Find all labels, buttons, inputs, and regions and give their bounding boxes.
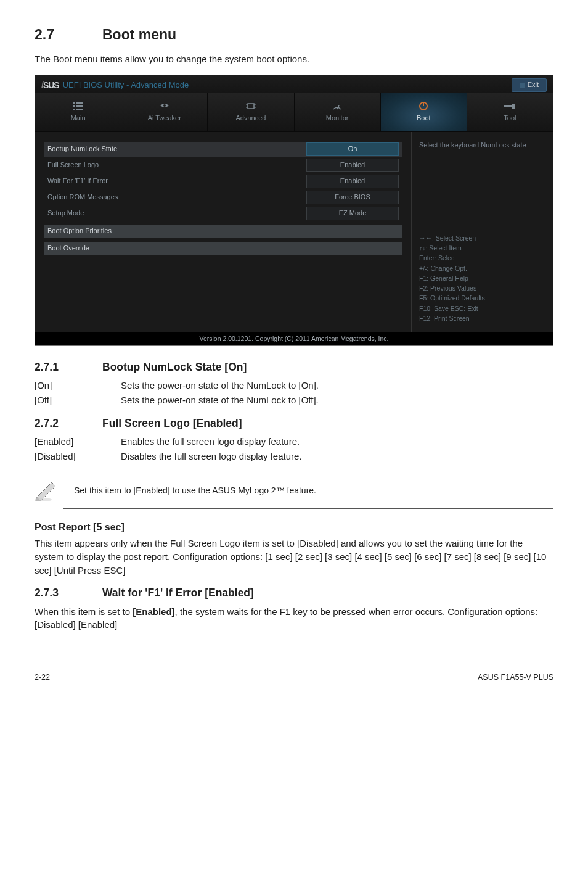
- intro-text: The Boot menu items allow you to change …: [35, 52, 553, 66]
- option-line: [On]Sets the power-on state of the NumLo…: [35, 379, 553, 392]
- subsection-title: Wait for 'F1' If Error [Enabled]: [102, 587, 254, 599]
- option-line: [Off]Sets the power-on state of the NumL…: [35, 394, 553, 407]
- power-icon: [418, 101, 429, 111]
- tool-icon: [504, 101, 515, 111]
- subsection-heading: 2.7.3Wait for 'F1' If Error [Enabled]: [35, 585, 553, 601]
- tab-ai-tweaker[interactable]: Ai Tweaker: [121, 93, 208, 131]
- tab-monitor[interactable]: Monitor: [295, 93, 381, 131]
- exit-button[interactable]: Exit: [512, 78, 547, 92]
- svg-rect-2: [73, 105, 75, 107]
- setting-label: Full Screen Logo: [47, 160, 99, 170]
- page-number: 2-22: [35, 672, 50, 683]
- setting-row[interactable]: Full Screen Logo Enabled: [44, 158, 402, 173]
- subsection-number: 2.7.2: [35, 416, 102, 431]
- option-key: [Off]: [35, 394, 121, 407]
- setting-value[interactable]: On: [306, 142, 399, 156]
- subsection-title: Full Screen Logo [Enabled]: [102, 417, 242, 429]
- subsection-number: 2.7.3: [35, 585, 102, 601]
- text-run: When this item is set to: [35, 606, 133, 617]
- bios-title: UEFI BIOS Utility - Advanced Mode: [63, 80, 189, 91]
- bios-settings-pane: Bootup NumLock State On Full Screen Logo…: [35, 132, 411, 332]
- bold-run: [Enabled]: [133, 606, 174, 617]
- key-line: +/-: Change Opt.: [419, 263, 545, 273]
- svg-rect-0: [73, 102, 75, 104]
- option-line: [Enabled]Enables the full screen logo di…: [35, 435, 553, 448]
- bios-titlebar: /SUS UEFI BIOS Utility - Advanced Mode E…: [35, 75, 553, 93]
- note-box: Set this item to [Enabled] to use the AS…: [63, 472, 553, 509]
- tab-main[interactable]: Main: [35, 93, 121, 131]
- page-footer: 2-22 ASUS F1A55-V PLUS: [35, 669, 553, 683]
- brand-logo: /SUS: [41, 79, 59, 91]
- section-heading: 2.7Boot menu: [35, 25, 553, 45]
- option-key: [Enabled]: [35, 435, 121, 448]
- subsection-heading: 2.7.2Full Screen Logo [Enabled]: [35, 416, 553, 431]
- setting-value[interactable]: Enabled: [306, 175, 399, 188]
- key-line: F2: Previous Values: [419, 283, 545, 293]
- svg-point-6: [163, 104, 166, 107]
- bios-tabs: Main Ai Tweaker Advanced Monitor Boot To…: [35, 93, 553, 132]
- chip-icon: [245, 101, 256, 111]
- option-line: [Disabled]Disables the full screen logo …: [35, 450, 553, 463]
- svg-point-17: [35, 498, 52, 501]
- exit-label: Exit: [528, 80, 539, 90]
- setting-label: Wait For 'F1' If Error: [47, 176, 108, 186]
- tab-advanced[interactable]: Advanced: [208, 93, 294, 131]
- key-line: F5: Optimized Defaults: [419, 293, 545, 303]
- setting-value[interactable]: EZ Mode: [306, 207, 399, 220]
- svg-rect-7: [248, 104, 254, 109]
- option-desc: Enables the full screen logo display fea…: [121, 435, 300, 448]
- subsection-heading: 2.7.1Bootup NumLock State [On]: [35, 360, 553, 375]
- setting-value[interactable]: Force BIOS: [306, 191, 399, 204]
- key-line: Enter: Select: [419, 253, 545, 263]
- svg-rect-5: [76, 109, 83, 110]
- svg-rect-3: [76, 105, 83, 107]
- paragraph: This item appears only when the Full Scr…: [35, 537, 553, 577]
- paragraph: When this item is set to [Enabled], the …: [35, 605, 553, 632]
- product-name: ASUS F1A55-V PLUS: [478, 672, 553, 683]
- subsection-number: 2.7.1: [35, 360, 102, 375]
- exit-icon: [520, 83, 525, 88]
- group-header[interactable]: Boot Override: [44, 242, 402, 255]
- tab-label: Main: [71, 113, 86, 123]
- tab-label: Ai Tweaker: [148, 113, 181, 123]
- tab-label: Boot: [417, 113, 431, 123]
- group-header[interactable]: Boot Option Priorities: [44, 225, 402, 238]
- tab-boot[interactable]: Boot: [381, 93, 467, 131]
- bios-help-pane: Select the keyboard NumLock state →←: Se…: [411, 132, 553, 332]
- tab-tool[interactable]: Tool: [467, 93, 553, 131]
- note-text: Set this item to [Enabled] to use the AS…: [74, 484, 316, 497]
- help-text: Select the keyboard NumLock state: [419, 141, 545, 151]
- list-icon: [73, 101, 84, 111]
- setting-row[interactable]: Setup Mode EZ Mode: [44, 206, 402, 221]
- tab-label: Advanced: [235, 113, 266, 123]
- option-key: [On]: [35, 379, 121, 392]
- subsection-title: Bootup NumLock State [On]: [102, 361, 247, 373]
- svg-rect-15: [504, 105, 513, 107]
- setting-label: Bootup NumLock State: [47, 144, 117, 154]
- key-help: →←: Select Screen ↑↓: Select Item Enter:…: [419, 178, 545, 323]
- key-line: F1: General Help: [419, 273, 545, 283]
- setting-row[interactable]: Option ROM Messages Force BIOS: [44, 190, 402, 205]
- section-title: Boot menu: [102, 27, 176, 43]
- bios-screenshot: /SUS UEFI BIOS Utility - Advanced Mode E…: [35, 75, 553, 346]
- sub-sub-heading: Post Report [5 sec]: [35, 520, 553, 534]
- tweaker-icon: [159, 101, 170, 111]
- bios-footer: Version 2.00.1201. Copyright (C) 2011 Am…: [35, 332, 553, 345]
- key-line: →←: Select Screen: [419, 233, 545, 243]
- setting-row[interactable]: Bootup NumLock State On: [44, 142, 402, 157]
- option-key: [Disabled]: [35, 450, 121, 463]
- section-number: 2.7: [35, 25, 102, 45]
- setting-value[interactable]: Enabled: [306, 159, 399, 172]
- tab-label: Monitor: [326, 113, 349, 123]
- svg-rect-4: [73, 109, 75, 110]
- option-desc: Disables the full screen logo display fe…: [121, 450, 302, 463]
- key-line: F12: Print Screen: [419, 313, 545, 323]
- setting-row[interactable]: Wait For 'F1' If Error Enabled: [44, 174, 402, 189]
- pencil-icon: [35, 479, 60, 502]
- setting-label: Setup Mode: [47, 208, 84, 218]
- svg-rect-16: [512, 104, 515, 109]
- key-line: ↑↓: Select Item: [419, 243, 545, 253]
- monitor-icon: [332, 101, 343, 111]
- option-desc: Sets the power-on state of the NumLock t…: [121, 394, 319, 407]
- key-line: F10: Save ESC: Exit: [419, 303, 545, 313]
